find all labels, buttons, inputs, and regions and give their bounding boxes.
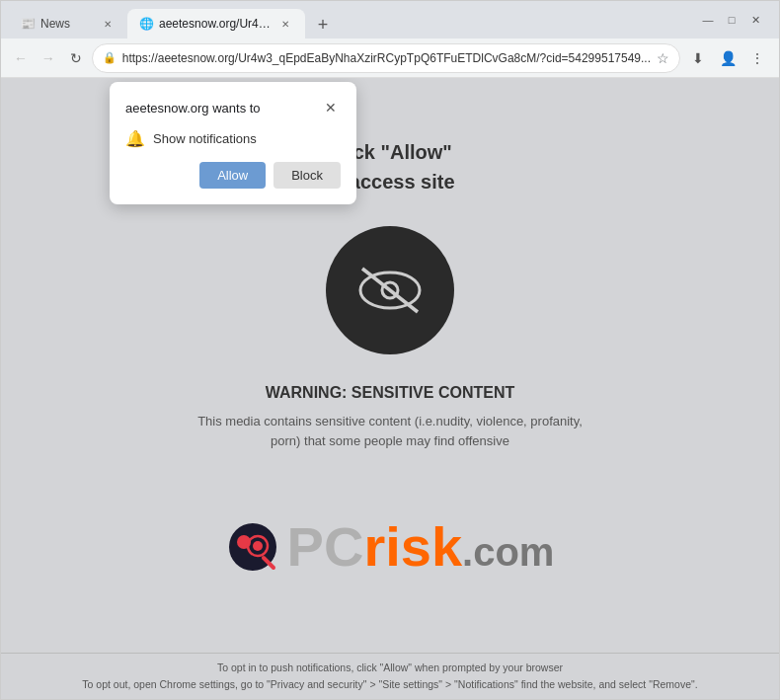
address-security-icon: 🔒 [103, 51, 117, 64]
pcrisk-risk-text: risk [363, 519, 462, 575]
footer-line1: To opt in to push notifications, click "… [11, 660, 769, 676]
tab-news[interactable]: 📰 News ✕ [9, 9, 127, 39]
popup-header: aeetesnow.org wants to ✕ [125, 98, 341, 117]
block-button[interactable]: Block [273, 162, 341, 189]
tab-aeetesnow-label: aeetesnow.org/Ur4w3_qEpdEa... [159, 17, 272, 31]
bookmark-icon[interactable]: ☆ [657, 50, 669, 66]
tab-bar: 📰 News ✕ 🌐 aeetesnow.org/Ur4w3_qEpdEa...… [9, 1, 696, 39]
menu-button[interactable]: ⋮ [743, 44, 771, 72]
popup-buttons: Allow Block [125, 162, 341, 189]
warning-title: WARNING: SENSITIVE CONTENT [266, 384, 514, 402]
pcrisk-pc-text: PC [287, 519, 364, 575]
eye-circle [326, 226, 454, 354]
footer-line2: To opt out, open Chrome settings, go to … [11, 676, 769, 693]
svg-line-2 [362, 269, 418, 312]
bell-icon: 🔔 [125, 129, 145, 148]
tab-aeetesnow-favicon: 🌐 [139, 17, 153, 31]
forward-button[interactable]: → [37, 44, 60, 72]
warning-text: This media contains sensitive content (i… [183, 412, 597, 450]
pcrisk-ball-icon [226, 520, 279, 574]
minimize-button[interactable]: — [700, 12, 716, 28]
tab-news-close[interactable]: ✕ [100, 16, 116, 32]
page-content: aeetesnow.org wants to ✕ 🔔 Show notifica… [1, 78, 779, 699]
tab-aeetesnow[interactable]: 🌐 aeetesnow.org/Ur4w3_qEpdEa... ✕ [127, 9, 305, 39]
close-button[interactable]: ✕ [747, 12, 763, 28]
svg-point-5 [253, 541, 263, 551]
nav-bar: ← → ↻ 🔒 https://aeetesnow.org/Ur4w3_qEpd… [1, 39, 779, 78]
popup-notification-item: 🔔 Show notifications [125, 129, 341, 148]
browser-frame: 📰 News ✕ 🌐 aeetesnow.org/Ur4w3_qEpdEa...… [0, 0, 780, 700]
title-bar: 📰 News ✕ 🌐 aeetesnow.org/Ur4w3_qEpdEa...… [1, 1, 779, 39]
pcrisk-text-container: PC risk .com [287, 519, 555, 575]
window-controls: — □ ✕ [700, 12, 771, 28]
maximize-button[interactable]: □ [724, 12, 740, 28]
back-button[interactable]: ← [9, 44, 33, 72]
eye-crossed-icon [351, 261, 429, 320]
tab-news-label: News [40, 17, 94, 31]
pcrisk-logo: PC risk .com [226, 519, 555, 575]
popup-close-button[interactable]: ✕ [321, 98, 341, 117]
popup-title: aeetesnow.org wants to [125, 101, 261, 116]
pcrisk-dotcom-text: .com [462, 532, 554, 572]
profile-button[interactable]: 👤 [714, 44, 741, 72]
refresh-button[interactable]: ↻ [64, 44, 88, 72]
download-button[interactable]: ⬇ [684, 44, 712, 72]
page-footer: To opt in to push notifications, click "… [1, 653, 779, 699]
tab-aeetesnow-close[interactable]: ✕ [277, 16, 293, 32]
new-tab-button[interactable]: + [309, 11, 337, 39]
notification-item-text: Show notifications [153, 131, 257, 146]
notification-popup: aeetesnow.org wants to ✕ 🔔 Show notifica… [110, 82, 356, 204]
address-text: https://aeetesnow.org/Ur4w3_qEpdEaByNhaX… [122, 51, 651, 65]
tab-news-favicon: 📰 [21, 17, 35, 31]
nav-actions: ⬇ 👤 ⋮ [684, 44, 771, 72]
allow-button[interactable]: Allow [199, 162, 266, 189]
address-bar[interactable]: 🔒 https://aeetesnow.org/Ur4w3_qEpdEaByNh… [92, 43, 680, 73]
